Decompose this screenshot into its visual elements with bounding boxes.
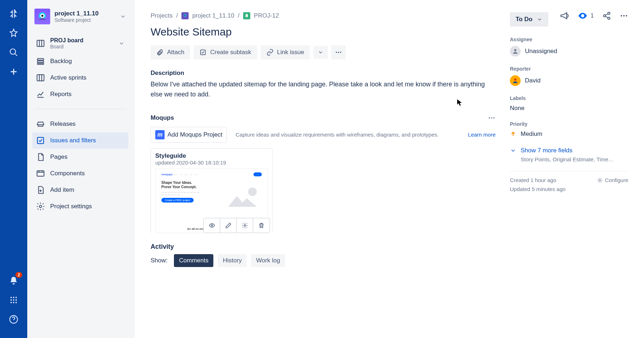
priority-label: Priority [510, 121, 628, 127]
nav-pages[interactable]: Pages [32, 149, 128, 165]
svg-point-29 [184, 15, 186, 16]
status-dropdown[interactable]: To Do [510, 12, 548, 27]
backlog-icon [36, 57, 45, 66]
nav-releases[interactable]: Releases [32, 116, 128, 132]
svg-point-9 [15, 302, 17, 303]
svg-point-33 [340, 52, 341, 53]
svg-rect-16 [37, 61, 43, 62]
tab-comments[interactable]: Comments [174, 254, 213, 267]
btn-label: Link issue [277, 49, 304, 56]
search-icon[interactable] [6, 45, 21, 59]
reporter-field[interactable]: David [510, 75, 628, 86]
board-name: PROJ board [50, 37, 83, 44]
project-switcher[interactable]: project 1_11.10 Software project [32, 7, 128, 26]
settings-button[interactable] [237, 218, 253, 233]
nav-backlog[interactable]: Backlog [32, 53, 128, 70]
attach-icon [156, 49, 164, 56]
watchers-button[interactable]: 1 [578, 11, 594, 21]
subtask-icon [199, 49, 207, 56]
gear-icon [242, 222, 248, 229]
divider [510, 171, 628, 171]
labels-field[interactable]: None [510, 105, 628, 112]
board-switcher[interactable]: PROJ board Board [32, 34, 128, 53]
more-actions-icon[interactable] [620, 11, 628, 20]
svg-point-22 [608, 12, 610, 14]
svg-point-42 [599, 180, 601, 181]
updated-time: Updated 5 minutes ago [510, 186, 565, 192]
tab-history[interactable]: History [218, 254, 247, 267]
nav-add-item[interactable]: Add item [32, 182, 128, 198]
jira-logo-icon[interactable] [6, 6, 21, 21]
edit-button[interactable] [220, 218, 237, 233]
nav-reports[interactable]: Reports [32, 86, 128, 103]
svg-point-32 [338, 52, 339, 53]
releases-icon [36, 119, 45, 129]
reports-icon [36, 90, 45, 99]
assignee-field[interactable]: Unassigned [510, 46, 628, 57]
feedback-icon[interactable] [560, 11, 569, 20]
notifications-icon[interactable]: 2 [6, 273, 21, 288]
nav-label: Active sprints [50, 74, 86, 81]
share-icon[interactable] [602, 11, 611, 20]
priority-field[interactable]: Medium [510, 130, 628, 138]
project-sidebar: project 1_11.10 Software project PROJ bo… [27, 0, 135, 338]
svg-point-34 [489, 117, 490, 119]
show-more-label: Show 7 more fields [521, 147, 573, 154]
svg-point-13 [41, 15, 43, 17]
labels-value: None [510, 105, 525, 112]
nav-components[interactable]: Components [32, 165, 128, 182]
project-name: project 1_11.10 [55, 10, 99, 17]
create-icon[interactable] [6, 65, 21, 79]
moqups-more-icon[interactable] [488, 114, 496, 122]
crumb-issue-key[interactable]: PROJ-12 [254, 12, 279, 19]
add-moqups-button[interactable]: m Add Moqups Project [151, 127, 227, 143]
configure-button[interactable]: Configure [597, 177, 628, 183]
svg-point-31 [336, 52, 337, 53]
create-subtask-button[interactable]: Create subtask [194, 45, 257, 59]
nav-label: Reports [50, 91, 72, 98]
separator: / [238, 12, 240, 19]
notif-badge: 2 [15, 272, 22, 278]
nav-active-sprints[interactable]: Active sprints [32, 70, 128, 86]
gear-icon [36, 202, 45, 211]
issues-icon [36, 136, 45, 145]
project-avatar-icon [181, 12, 189, 19]
avatar-icon [510, 75, 521, 86]
show-more-sub: Story Points, Original Estimate, Time… [521, 156, 628, 162]
learn-more-link[interactable]: Learn more [468, 132, 496, 138]
moqups-project-card[interactable]: Styleguide updated 2020-04-30 18:10:19 m… [151, 148, 273, 233]
crumb-project[interactable]: project 1_11.10 [192, 12, 234, 19]
description-text[interactable]: Below I've attached the updated sitemap … [151, 80, 496, 100]
issue-title[interactable]: Website Sitemap [151, 26, 496, 38]
tab-worklog[interactable]: Work log [251, 254, 285, 267]
help-icon[interactable] [6, 312, 21, 327]
nav-label: Backlog [50, 58, 72, 65]
nav-label: Pages [50, 153, 67, 161]
issue-top-actions: 1 [560, 11, 628, 21]
svg-point-0 [10, 49, 15, 54]
crumb-projects[interactable]: Projects [151, 12, 172, 19]
attach-button[interactable]: Attach [151, 45, 190, 59]
svg-rect-15 [37, 58, 43, 60]
star-icon[interactable] [6, 26, 21, 40]
project-type: Software project [55, 17, 99, 23]
link-issue-button[interactable]: Link issue [261, 45, 310, 59]
components-icon [36, 169, 45, 178]
nav-issues-filters[interactable]: Issues and filters [32, 132, 128, 149]
link-dropdown-button[interactable] [313, 46, 328, 59]
svg-point-36 [493, 117, 495, 119]
svg-point-40 [514, 49, 516, 51]
svg-point-6 [15, 299, 17, 301]
description-label: Description [151, 70, 496, 77]
svg-point-38 [211, 225, 213, 227]
card-updated: updated 2020-04-30 18:10:19 [155, 160, 268, 166]
show-more-fields[interactable]: Show 7 more fields [510, 147, 628, 154]
delete-button[interactable] [253, 218, 270, 233]
apps-icon[interactable] [6, 293, 21, 307]
show-label: Show: [151, 257, 167, 264]
nav-project-settings[interactable]: Project settings [32, 198, 128, 215]
issue-more-button[interactable] [331, 45, 346, 59]
btn-label: Create subtask [210, 49, 251, 56]
preview-button[interactable] [204, 218, 220, 233]
svg-point-8 [13, 302, 14, 303]
